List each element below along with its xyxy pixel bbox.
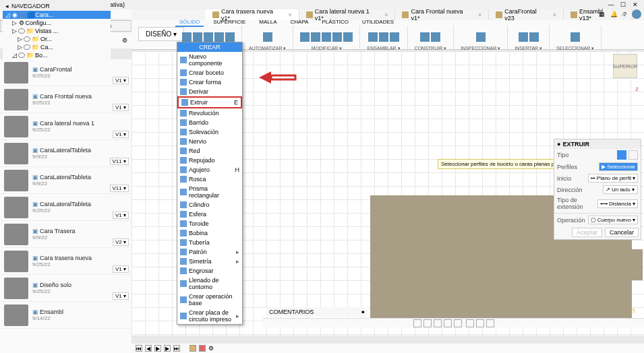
create-menu-item[interactable]: Toroide	[177, 219, 242, 228]
ribbon-tool-icon[interactable]	[332, 32, 342, 42]
timeline-play-icon[interactable]: ▶	[154, 345, 161, 352]
create-menu-item[interactable]: Simetría▸	[177, 257, 242, 266]
help-icon[interactable]: ?	[623, 11, 626, 18]
warning-icon[interactable]: ⚠	[631, 307, 640, 317]
extent-dropdown[interactable]: ⟷ Distancia ▾	[597, 199, 638, 208]
ribbon-tool-icon[interactable]	[193, 32, 202, 42]
ribbon-tool-icon[interactable]	[529, 32, 539, 42]
nav-config[interactable]: ▷ ⚙ Configu...	[3, 19, 111, 27]
start-dropdown[interactable]: ↦ Plano de perfil ▾	[588, 174, 638, 183]
close-button[interactable]: ✕	[629, 1, 641, 9]
version-badge[interactable]: V2 ▾	[113, 238, 129, 246]
create-menu-item[interactable]: Crear placa de circuito impreso▸	[177, 308, 242, 324]
ribbon-tool-icon[interactable]	[311, 32, 320, 42]
close-tab-icon[interactable]: ×	[478, 11, 481, 18]
asset-item[interactable]: ▣Cara lateral nueva 19/25/22V1 ▾	[0, 113, 131, 140]
create-menu-item[interactable]: Engrosar	[177, 266, 242, 276]
nav-views[interactable]: ▷ 📁 Vistas ...	[3, 27, 111, 35]
asset-item[interactable]: ▣Cara trasera nueva9/25/22V1 ▾	[0, 248, 131, 275]
comments-panel[interactable]: COMENTARIOS●	[266, 307, 368, 317]
create-menu-item[interactable]: Crear forma	[177, 77, 242, 87]
ribbon-tool-icon[interactable]	[182, 32, 192, 42]
timeline-fwd-icon[interactable]: ▶	[164, 345, 171, 352]
create-menu-item[interactable]: Esfera	[177, 210, 242, 219]
version-badge[interactable]: V1 ▾	[113, 212, 129, 219]
asset-item[interactable]: ▣Ensambl9/14/22	[0, 302, 131, 329]
close-tab-icon[interactable]: ×	[553, 11, 556, 18]
direction-dropdown[interactable]: ↗ Un lado ▾	[603, 185, 638, 194]
version-badge[interactable]: V1 ▾	[113, 104, 129, 111]
viewport-icon[interactable]	[486, 319, 494, 327]
close-tab-icon[interactable]: ×	[384, 11, 388, 18]
ribbon-tool-icon[interactable]	[263, 32, 272, 42]
nav-root[interactable]: ◿ ◉ 🟦 Cara...	[3, 11, 111, 19]
create-menu-item[interactable]: Nuevo componente	[177, 52, 242, 68]
asset-item[interactable]: ▣CaraLateralTableta9/9/22V11 ▾	[0, 140, 131, 167]
create-menu-item[interactable]: Bobina	[177, 228, 242, 238]
asset-item[interactable]: ▣Diseño solo9/25/22V1 ▾	[0, 275, 131, 302]
ribbon-tool-icon[interactable]	[204, 32, 213, 42]
ribbon-tool-icon[interactable]	[379, 32, 388, 42]
create-menu-item[interactable]: Nervio	[177, 137, 242, 146]
create-menu-item[interactable]: Derivar	[177, 87, 242, 96]
fit-icon[interactable]	[454, 319, 462, 327]
ribbon-tool-icon[interactable]	[570, 32, 580, 42]
close-tab-icon[interactable]: ×	[288, 11, 291, 18]
create-menu-item[interactable]: Llenado de contorno	[177, 276, 242, 292]
version-badge[interactable]: V1 ▾	[113, 292, 129, 300]
timeline-start-icon[interactable]: ⏮	[136, 345, 142, 352]
asset-item[interactable]: ▣CaraLateralTableta9/25/22V1 ▾	[0, 194, 131, 221]
ribbon-tool-icon[interactable]	[390, 32, 399, 42]
nav-bo[interactable]: ◿ 📁 Bo...	[3, 51, 111, 59]
operation-dropdown[interactable]: ▢ Cuerpo nuevo ▾	[588, 216, 638, 224]
sketch-profile-notch[interactable]	[632, 249, 643, 280]
history-sketch-icon[interactable]	[189, 345, 196, 352]
history-marker-icon[interactable]	[199, 345, 206, 352]
ribbon-tool-icon[interactable]	[322, 32, 331, 42]
ribbon-tool-icon[interactable]	[343, 32, 353, 42]
document-tab[interactable]: CaraFrontal v23×	[489, 9, 564, 20]
asset-item[interactable]: ▣CaraFrontal9/25/22V1 ▾	[0, 59, 131, 86]
create-menu-item[interactable]: ExtruirE	[177, 96, 242, 108]
create-menu-item[interactable]: Revolución	[177, 108, 242, 118]
create-menu-item[interactable]: AgujeroH	[177, 165, 242, 174]
version-badge[interactable]: V11 ▾	[110, 158, 129, 165]
version-badge[interactable]: V1 ▾	[113, 77, 129, 84]
view-cube[interactable]: SUPERIOR	[613, 54, 637, 78]
bell-icon[interactable]: 🔔	[610, 11, 618, 18]
look-icon[interactable]	[423, 319, 432, 327]
orbit-icon[interactable]	[413, 319, 421, 327]
create-menu-item[interactable]: Repujado	[177, 156, 242, 165]
select-profiles-button[interactable]: ▶ Seleccionar	[599, 162, 638, 171]
extension-icon[interactable]: ▦	[599, 11, 605, 18]
asset-item[interactable]: ▣Cara Frontal nueva9/25/22V1 ▾	[0, 86, 131, 113]
timeline-end-icon[interactable]: ⏭	[173, 345, 180, 352]
ribbon-tool-icon[interactable]	[476, 32, 486, 42]
maximize-button[interactable]: ☐	[617, 1, 629, 9]
version-badge[interactable]: V1 ▾	[113, 131, 129, 138]
ribbon-tool-icon[interactable]	[519, 32, 528, 42]
cancel-button[interactable]: Cancelar	[605, 228, 639, 237]
document-tab[interactable]: Cara Frontal nueva v1*×	[395, 9, 489, 20]
ribbon-tool-icon[interactable]	[214, 32, 224, 42]
ribbon-tool-icon[interactable]	[300, 32, 310, 42]
ribbon-tool-icon[interactable]	[420, 32, 430, 42]
create-menu-item[interactable]: Rosca	[177, 174, 242, 184]
ribbon-tool-icon[interactable]	[368, 32, 378, 42]
gear-timeline-icon[interactable]: ⚙	[208, 345, 214, 352]
nav-origin[interactable]: ▷ 📁 Or...	[3, 35, 111, 43]
create-menu-item[interactable]: Cilindro	[177, 200, 242, 210]
asset-item[interactable]: ▣CaraLateralTableta9/9/22V11 ▾	[0, 167, 131, 194]
gear-icon[interactable]: ⚙	[122, 37, 127, 44]
extrude-header[interactable]: ● EXTRUIR	[554, 139, 641, 149]
create-menu-item[interactable]: Solevación	[177, 127, 242, 137]
create-menu-item[interactable]: Prisma rectangular	[177, 184, 242, 200]
create-menu-item[interactable]: Red	[177, 146, 242, 156]
nav-ca[interactable]: ▷ 📁 Ca...	[3, 43, 111, 51]
asset-item[interactable]: ▣Cara Trasera9/9/22V2 ▾	[0, 221, 131, 248]
create-menu-item[interactable]: Barrido	[177, 118, 242, 127]
grid-display-icon[interactable]	[476, 319, 484, 327]
create-menu-item[interactable]: Tubería	[177, 238, 242, 247]
create-menu-item[interactable]: Crear boceto	[177, 68, 242, 77]
create-menu-item[interactable]: Patrón▸	[177, 247, 242, 257]
